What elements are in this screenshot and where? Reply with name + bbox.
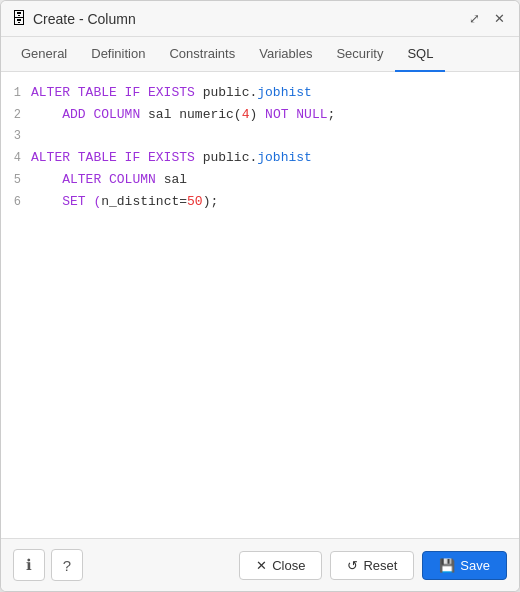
reset-icon: ↺ — [347, 558, 358, 573]
line-content: ADD COLUMN sal numeric(4) NOT NULL; — [31, 104, 519, 126]
line-number: 6 — [1, 192, 31, 212]
token: 50 — [187, 194, 203, 209]
tab-general[interactable]: General — [9, 37, 79, 72]
token: public — [203, 85, 250, 100]
code-line: 2 ADD COLUMN sal numeric(4) NOT NULL; — [1, 104, 519, 126]
line-content: SET (n_distinct=50); — [31, 191, 519, 213]
line-number: 4 — [1, 148, 31, 168]
code-line: 1ALTER TABLE IF EXISTS public.jobhist — [1, 82, 519, 104]
info-icon: ℹ — [26, 556, 32, 574]
save-label: Save — [460, 558, 490, 573]
dialog-title: Create - Column — [33, 11, 136, 27]
close-x-icon: ✕ — [256, 558, 267, 573]
reset-label: Reset — [363, 558, 397, 573]
tab-security[interactable]: Security — [324, 37, 395, 72]
token: n_distinct= — [101, 194, 187, 209]
footer-left: ℹ ? — [13, 549, 83, 581]
help-icon: ? — [63, 557, 71, 574]
line-number: 1 — [1, 83, 31, 103]
tab-variables[interactable]: Variables — [247, 37, 324, 72]
line-number: 2 — [1, 105, 31, 125]
line-content: ALTER COLUMN sal — [31, 169, 519, 191]
token: ; — [328, 107, 336, 122]
info-button[interactable]: ℹ — [13, 549, 45, 581]
title-bar-left: 🗄 Create - Column — [11, 11, 136, 27]
code-line: 5 ALTER COLUMN sal — [1, 169, 519, 191]
sql-code-area: 1ALTER TABLE IF EXISTS public.jobhist2 A… — [1, 72, 519, 538]
token: ALTER TABLE IF EXISTS — [31, 85, 203, 100]
code-line: 6 SET (n_distinct=50); — [1, 191, 519, 213]
token: ADD COLUMN — [31, 107, 148, 122]
line-content: ALTER TABLE IF EXISTS public.jobhist — [31, 147, 519, 169]
code-line: 3 — [1, 126, 519, 146]
token: jobhist — [257, 85, 312, 100]
line-number: 3 — [1, 126, 31, 146]
line-content: ALTER TABLE IF EXISTS public.jobhist — [31, 82, 519, 104]
close-window-button[interactable]: ✕ — [490, 9, 509, 28]
expand-button[interactable]: ⤢ — [465, 9, 484, 28]
tab-sql[interactable]: SQL — [395, 37, 445, 72]
token: sal — [164, 172, 187, 187]
help-button[interactable]: ? — [51, 549, 83, 581]
token: ALTER COLUMN — [31, 172, 164, 187]
create-column-dialog: 🗄 Create - Column ⤢ ✕ General Definition… — [0, 0, 520, 592]
code-line: 4ALTER TABLE IF EXISTS public.jobhist — [1, 147, 519, 169]
footer: ℹ ? ✕ Close ↺ Reset 💾 Save — [1, 538, 519, 591]
token: SET ( — [31, 194, 101, 209]
tab-bar: General Definition Constraints Variables… — [1, 37, 519, 72]
save-icon: 💾 — [439, 558, 455, 573]
token: NOT NULL — [265, 107, 327, 122]
close-label: Close — [272, 558, 305, 573]
close-button[interactable]: ✕ Close — [239, 551, 322, 580]
token: ); — [203, 194, 219, 209]
save-button[interactable]: 💾 Save — [422, 551, 507, 580]
tab-constraints[interactable]: Constraints — [157, 37, 247, 72]
title-bar-right: ⤢ ✕ — [465, 9, 509, 28]
title-bar: 🗄 Create - Column ⤢ ✕ — [1, 1, 519, 37]
line-number: 5 — [1, 170, 31, 190]
footer-right: ✕ Close ↺ Reset 💾 Save — [239, 551, 507, 580]
dialog-icon: 🗄 — [11, 11, 27, 27]
tab-definition[interactable]: Definition — [79, 37, 157, 72]
token: public — [203, 150, 250, 165]
token: ) — [249, 107, 265, 122]
token: sal numeric( — [148, 107, 242, 122]
reset-button[interactable]: ↺ Reset — [330, 551, 414, 580]
token: jobhist — [257, 150, 312, 165]
token: ALTER TABLE IF EXISTS — [31, 150, 203, 165]
